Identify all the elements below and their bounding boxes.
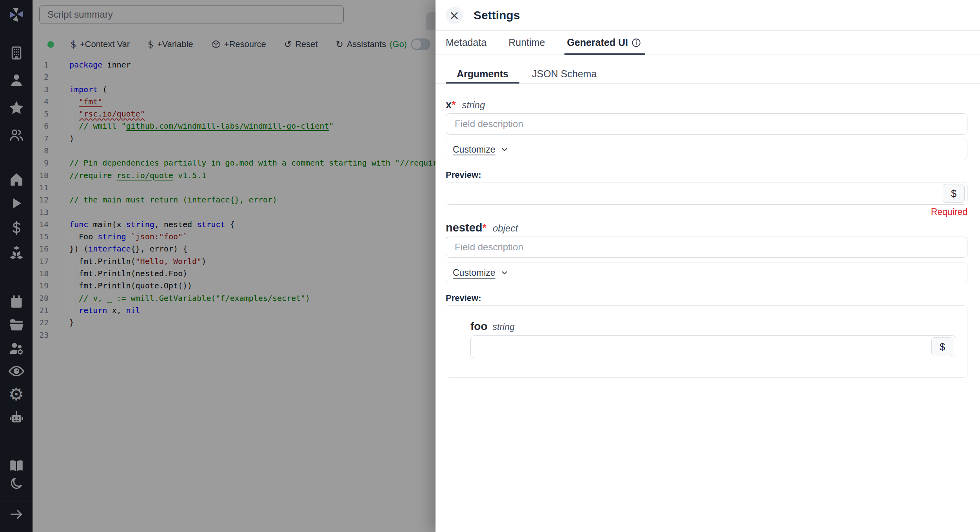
required-hint: Required [446, 207, 967, 217]
subtab-arguments[interactable]: Arguments [446, 65, 519, 83]
windmill-script-editor: $ +Context Var $ +Variable +Resource ↺ R… [0, 0, 980, 532]
field-type: string [462, 100, 485, 111]
field-x-description-input[interactable] [446, 113, 967, 135]
nested-object-preview: foo string $ [446, 305, 967, 378]
generated-ui-subtabs: Arguments JSON Schema [436, 65, 980, 84]
info-icon [631, 38, 641, 48]
field-name: nested [446, 221, 482, 234]
field-x-preview-row: $ [446, 182, 967, 205]
dollar-button[interactable]: $ [943, 184, 965, 203]
property-name: foo [470, 320, 488, 333]
chevron-down-icon[interactable] [500, 145, 509, 154]
chevron-down-icon[interactable] [500, 268, 509, 277]
tab-runtime[interactable]: Runtime [508, 31, 545, 55]
field-x-label: x* string [446, 99, 967, 111]
drawer-header: × Settings [436, 0, 980, 31]
preview-label: Preview: [446, 293, 967, 303]
customize-link[interactable]: Customize [453, 144, 495, 155]
field-type: object [493, 223, 518, 234]
required-star: * [452, 99, 456, 111]
required-star: * [482, 222, 486, 234]
close-icon[interactable]: × [446, 7, 463, 24]
nested-foo-preview-row: $ [470, 335, 956, 358]
customize-link[interactable]: Customize [453, 268, 495, 278]
field-nested-customize-box: Customize [446, 262, 967, 283]
tab-metadata[interactable]: Metadata [446, 31, 486, 55]
arguments-panel: x* string Customize Preview: $ Required … [436, 84, 980, 378]
field-x-preview-input[interactable] [446, 182, 967, 204]
field-nested-label: nested* object [446, 221, 967, 234]
drawer-title: Settings [474, 9, 520, 22]
dollar-button[interactable]: $ [931, 337, 953, 356]
tab-generated-ui[interactable]: Generated UI [567, 31, 641, 55]
field-name: x [446, 99, 452, 111]
settings-drawer: × Settings Metadata Runtime Generated UI… [436, 0, 980, 532]
field-x-customize-box: Customize [446, 139, 967, 160]
settings-tabs: Metadata Runtime Generated UI [436, 31, 980, 55]
subtab-json-schema[interactable]: JSON Schema [521, 65, 608, 83]
field-nested-description-input[interactable] [446, 237, 967, 258]
preview-label: Preview: [446, 170, 967, 180]
nested-property-label: foo string [470, 320, 956, 333]
nested-foo-input[interactable] [471, 336, 956, 358]
property-type: string [493, 322, 515, 332]
